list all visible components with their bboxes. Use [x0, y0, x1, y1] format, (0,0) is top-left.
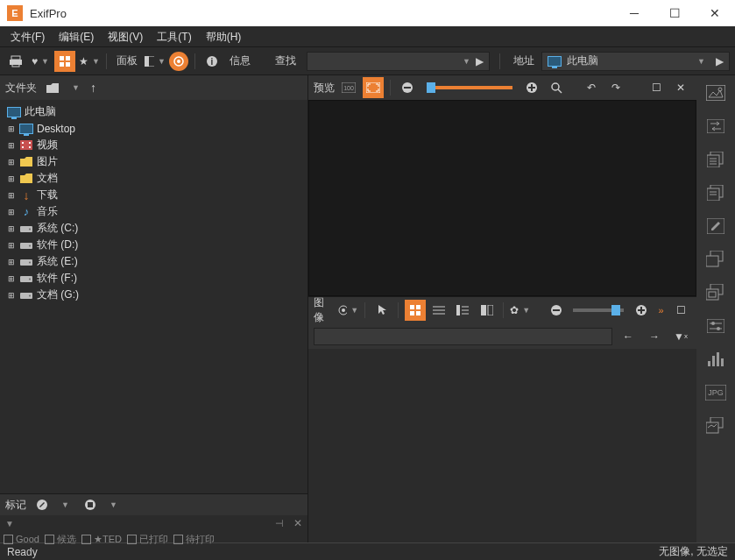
- tree-node[interactable]: ⊞Desktop: [0, 120, 307, 137]
- thumbnail-view-icon[interactable]: [405, 300, 425, 321]
- tree-node[interactable]: ⊞图片: [0, 153, 307, 170]
- image-filter-input[interactable]: [314, 328, 612, 345]
- tree-node[interactable]: ⊞文档 (G:): [0, 287, 307, 303]
- search-go-icon[interactable]: ▶: [476, 55, 484, 67]
- expand-icon[interactable]: ⊞: [7, 274, 16, 283]
- tree-node[interactable]: ⊞软件 (F:): [0, 270, 307, 287]
- up-arrow-icon[interactable]: ↑: [90, 81, 96, 95]
- tree-node-root[interactable]: 此电脑: [0, 103, 307, 120]
- address-dropdown-icon[interactable]: ▼: [697, 57, 705, 66]
- sliders-icon[interactable]: [703, 314, 729, 338]
- tag-filter-item[interactable]: 候选: [45, 533, 76, 546]
- menu-tools[interactable]: 工具(T): [150, 26, 198, 47]
- prev-icon[interactable]: ←: [618, 326, 639, 347]
- address-go-icon[interactable]: ▶: [716, 55, 724, 67]
- tag-save-icon[interactable]: [80, 494, 101, 515]
- maximize-preview-icon[interactable]: ☐: [646, 77, 667, 98]
- view-options-icon[interactable]: ▼: [337, 300, 358, 321]
- image-browser-area[interactable]: [308, 349, 696, 543]
- close-button[interactable]: ✕: [695, 0, 735, 26]
- tag-filter-item[interactable]: 待打印: [173, 533, 215, 546]
- filter-funnel-icon[interactable]: ▼x: [670, 326, 691, 347]
- expand-icon[interactable]: ⊞: [7, 141, 16, 150]
- star-dropdown[interactable]: ★▼: [79, 51, 100, 72]
- folder-tree[interactable]: 此电脑 ⊞Desktop⊞视频⊞图片⊞文档⊞↓下载⊞♪音乐⊞系统 (C:)⊞软件…: [0, 100, 307, 493]
- expand-icon[interactable]: ⊞: [7, 291, 16, 300]
- panel-toggle-icon[interactable]: ▼: [145, 51, 166, 72]
- edit-icon[interactable]: [703, 214, 729, 238]
- tag-dropdown-2-icon[interactable]: ▼: [110, 500, 117, 509]
- tree-node[interactable]: ⊞软件 (D:): [0, 237, 307, 253]
- tree-node[interactable]: ⊞文档: [0, 170, 307, 187]
- funnel-icon[interactable]: ▼: [5, 519, 14, 528]
- split-view-icon[interactable]: [477, 300, 497, 321]
- stack-2-icon[interactable]: [703, 280, 729, 305]
- settings-icon[interactable]: ✿▼: [510, 300, 530, 321]
- tag-edit-icon[interactable]: [32, 494, 53, 515]
- search-dropdown-icon[interactable]: ▼: [463, 57, 470, 66]
- zoom-slider[interactable]: [427, 86, 512, 89]
- zoom-in-icon[interactable]: [521, 77, 542, 98]
- search-input[interactable]: [307, 55, 459, 67]
- checkbox-icon[interactable]: [127, 535, 137, 544]
- preview-area[interactable]: [308, 100, 696, 296]
- checkbox-icon[interactable]: [173, 535, 183, 544]
- cursor-icon[interactable]: [371, 300, 392, 321]
- close-tags-icon[interactable]: ✕: [293, 517, 302, 529]
- tag-filter-item[interactable]: Good: [4, 534, 39, 544]
- search-input-box[interactable]: ▼ ▶: [307, 52, 490, 71]
- tree-node[interactable]: ⊞↓下载: [0, 187, 307, 203]
- tree-node[interactable]: ⊞视频: [0, 137, 307, 153]
- expand-icon[interactable]: ⊞: [7, 174, 16, 183]
- swap-icon[interactable]: [703, 114, 729, 138]
- zoom-out-icon[interactable]: [397, 77, 418, 98]
- expand-icon[interactable]: »: [659, 305, 664, 315]
- fit-icon[interactable]: [363, 77, 384, 98]
- magnify-icon[interactable]: [546, 77, 567, 98]
- minimize-button[interactable]: ─: [614, 0, 654, 26]
- rotate-left-icon[interactable]: ↶: [581, 77, 602, 98]
- expand-icon[interactable]: ⊞: [7, 158, 16, 167]
- folder-icon[interactable]: [42, 77, 63, 98]
- address-box[interactable]: 此电脑 ▼ ▶: [541, 52, 730, 71]
- pin-icon[interactable]: ⊣: [275, 518, 284, 529]
- close-preview-icon[interactable]: ✕: [670, 77, 691, 98]
- jpg-format-icon[interactable]: JPG: [703, 380, 729, 405]
- tree-node[interactable]: ⊞系统 (E:): [0, 253, 307, 270]
- thumb-zoom-in-icon[interactable]: [631, 300, 651, 321]
- menu-help[interactable]: 帮助(H): [199, 26, 249, 47]
- checkbox-icon[interactable]: [81, 535, 91, 544]
- expand-icon[interactable]: ⊞: [7, 191, 16, 200]
- menu-edit[interactable]: 编辑(E): [52, 26, 101, 47]
- print-icon[interactable]: [5, 51, 26, 72]
- tree-node[interactable]: ⊞系统 (C:): [0, 220, 307, 237]
- layers-icon[interactable]: [703, 414, 729, 438]
- checkbox-icon[interactable]: [4, 535, 13, 544]
- rotate-right-icon[interactable]: ↷: [605, 77, 626, 98]
- expand-icon[interactable]: ⊞: [7, 124, 16, 133]
- favorite-icon[interactable]: ♥▼: [30, 51, 51, 72]
- grid-view-icon[interactable]: [54, 51, 75, 72]
- histogram-icon[interactable]: [703, 347, 729, 372]
- maximize-button[interactable]: ☐: [654, 0, 695, 26]
- expand-icon[interactable]: ⊞: [7, 224, 16, 233]
- target-icon[interactable]: [169, 52, 188, 71]
- checkbox-icon[interactable]: [45, 535, 54, 544]
- copy-1-icon[interactable]: [703, 147, 729, 172]
- detail-view-icon[interactable]: [453, 300, 473, 321]
- expand-icon[interactable]: ⊞: [7, 258, 16, 266]
- copy-2-icon[interactable]: [703, 181, 729, 205]
- folder-dropdown-icon[interactable]: ▼: [72, 83, 80, 92]
- tree-node[interactable]: ⊞♪音乐: [0, 203, 307, 220]
- ratio-icon[interactable]: 100: [338, 77, 359, 98]
- expand-icon[interactable]: ⊞: [7, 208, 16, 216]
- tag-filter-item[interactable]: ★TED: [81, 534, 122, 545]
- tag-dropdown-1-icon[interactable]: ▼: [61, 500, 69, 509]
- menu-file[interactable]: 文件(F): [4, 26, 52, 47]
- next-icon[interactable]: →: [644, 326, 665, 347]
- image-panel-icon[interactable]: [703, 81, 729, 105]
- info-icon[interactable]: i: [201, 51, 223, 72]
- expand-icon[interactable]: ⊞: [7, 241, 16, 250]
- fullscreen-icon[interactable]: ☐: [671, 300, 691, 321]
- thumb-zoom-out-icon[interactable]: [546, 300, 566, 321]
